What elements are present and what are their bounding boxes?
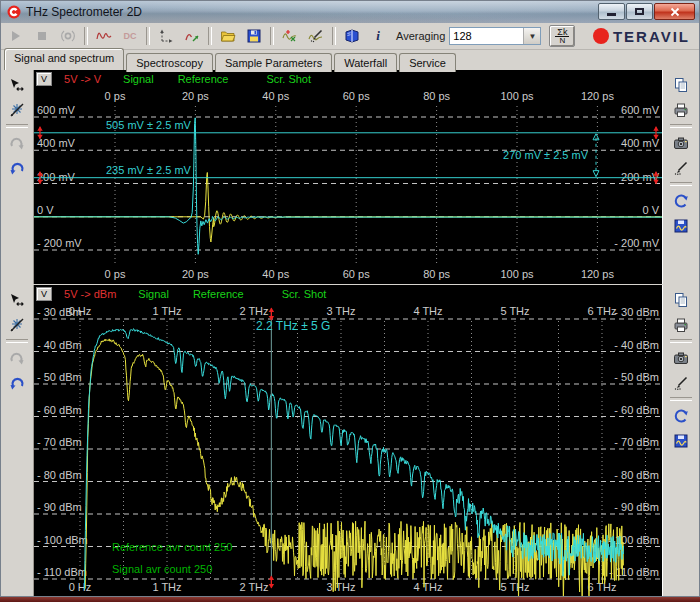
signal-edit-small-button[interactable] xyxy=(668,155,694,180)
strip-separator xyxy=(670,124,692,128)
tab-spectroscopy[interactable]: Spectroscopy xyxy=(126,53,213,72)
save-signal-button[interactable] xyxy=(668,428,694,453)
svg-text:80 ps: 80 ps xyxy=(423,268,450,280)
legend-scr-shot[interactable]: Scr. Shot xyxy=(266,73,311,85)
y-units-button[interactable]: V xyxy=(36,72,52,86)
spectrum-plot-right-toolbar xyxy=(662,285,699,597)
svg-text:600 mV: 600 mV xyxy=(621,104,660,116)
time-plot-legend: V 5V -> V Signal Reference Scr. Shot xyxy=(34,70,662,88)
redo-icon xyxy=(8,350,26,366)
info-button[interactable]: i xyxy=(366,25,390,47)
save-signal-icon xyxy=(672,433,690,449)
redo-button[interactable] xyxy=(4,130,30,155)
stop-button[interactable] xyxy=(30,25,54,47)
svg-text:Signal avr count 250: Signal avr count 250 xyxy=(112,563,212,575)
save-signal-icon xyxy=(672,218,690,234)
tab-waterfall[interactable]: Waterfall xyxy=(334,53,397,72)
signal-wave-button[interactable] xyxy=(92,25,116,47)
refresh-button[interactable] xyxy=(668,188,694,213)
svg-text:- 80 dBm: - 80 dBm xyxy=(614,469,659,481)
averaging-control: Averaging 128 ▼ xyxy=(396,27,541,45)
tab-service[interactable]: Service xyxy=(399,53,456,72)
legend-scr-shot[interactable]: Scr. Shot xyxy=(282,288,327,300)
signal-markers-icon xyxy=(281,28,299,44)
conversion-mode-label[interactable]: 5V -> dBm xyxy=(64,288,116,300)
close-button[interactable] xyxy=(654,3,695,20)
conversion-mode-label[interactable]: 5V -> V xyxy=(64,73,101,85)
track-cursor-icon xyxy=(8,292,26,308)
time-domain-chart[interactable]: 600 mV600 mV400 mV400 mV200 mV200 mV0 V0… xyxy=(34,88,662,284)
signal-edit-button[interactable] xyxy=(304,25,328,47)
svg-text:0 V: 0 V xyxy=(643,204,660,216)
svg-text:20 ps: 20 ps xyxy=(182,268,209,280)
averaging-formula-button[interactable]: Σk N xyxy=(549,25,575,47)
strip-separator xyxy=(6,124,28,128)
legend-reference[interactable]: Reference xyxy=(178,73,229,85)
averaging-combobox[interactable]: 128 ▼ xyxy=(449,27,541,45)
save-signal-button[interactable] xyxy=(668,213,694,238)
cursor-off-button[interactable] xyxy=(4,97,30,122)
save-button[interactable] xyxy=(242,25,266,47)
svg-text:- 110 dBm: - 110 dBm xyxy=(37,566,87,578)
signal-edit-small-icon xyxy=(672,375,690,391)
refresh-button[interactable] xyxy=(668,403,694,428)
strip-separator xyxy=(670,182,692,186)
undo-button[interactable] xyxy=(4,155,30,180)
print-icon xyxy=(672,102,690,118)
cursor-off-button[interactable] xyxy=(4,312,30,337)
help-book-button[interactable] xyxy=(340,25,364,47)
play-button[interactable] xyxy=(4,25,28,47)
signal-edit-small-button[interactable] xyxy=(668,370,694,395)
app-icon xyxy=(7,5,21,19)
tab-signal-and-spectrum[interactable]: Signal and spectrum xyxy=(4,48,124,70)
svg-text:1 THz: 1 THz xyxy=(152,581,181,593)
signal-edit-small-icon xyxy=(672,160,690,176)
time-domain-panel: V 5V -> V Signal Reference Scr. Shot 600… xyxy=(1,70,699,284)
minimize-button[interactable] xyxy=(598,3,625,20)
title-bar[interactable]: THz Spectrometer 2D xyxy=(1,1,699,23)
signal-markers-button[interactable] xyxy=(278,25,302,47)
print-icon xyxy=(672,317,690,333)
svg-text:20 ps: 20 ps xyxy=(182,90,209,102)
spectrum-panel: V 5V -> dBm Signal Reference Scr. Shot -… xyxy=(1,285,699,597)
svg-text:- 60 dBm: - 60 dBm xyxy=(37,404,82,416)
svg-text:5 THz: 5 THz xyxy=(500,581,529,593)
svg-text:2.2 THz ± 5 G: 2.2 THz ± 5 G xyxy=(256,319,330,333)
svg-text:- 90 dBm: - 90 dBm xyxy=(37,501,82,513)
maximize-button[interactable] xyxy=(626,3,653,20)
print-button[interactable] xyxy=(668,97,694,122)
maximize-icon xyxy=(635,8,644,15)
track-cursor-button[interactable] xyxy=(4,287,30,312)
snapshot-button[interactable] xyxy=(668,345,694,370)
open-icon xyxy=(219,28,237,44)
record-button[interactable] xyxy=(56,25,80,47)
copy-button[interactable] xyxy=(668,287,694,312)
dc-icon: DC xyxy=(124,31,137,41)
svg-text:- 200 mV: - 200 mV xyxy=(614,237,659,249)
tab-sample-parameters[interactable]: Sample Parameters xyxy=(215,53,332,72)
dc-button[interactable]: DC xyxy=(118,25,142,47)
y-units-button[interactable]: V xyxy=(36,287,52,301)
averaging-value: 128 xyxy=(450,30,523,42)
undo-button[interactable] xyxy=(4,370,30,395)
autoscale-button[interactable] xyxy=(180,25,204,47)
combobox-dropdown-icon[interactable]: ▼ xyxy=(523,28,540,44)
redo-icon xyxy=(8,135,26,151)
open-button[interactable] xyxy=(216,25,240,47)
redo-button[interactable] xyxy=(4,345,30,370)
legend-signal[interactable]: Signal xyxy=(123,73,154,85)
print-button[interactable] xyxy=(668,312,694,337)
time-plot-right-toolbar xyxy=(662,70,699,284)
legend-reference[interactable]: Reference xyxy=(193,288,244,300)
svg-text:3 THz: 3 THz xyxy=(326,305,355,317)
snapshot-button[interactable] xyxy=(668,130,694,155)
copy-button[interactable] xyxy=(668,72,694,97)
svg-text:6 THz: 6 THz xyxy=(587,305,616,317)
legend-signal[interactable]: Signal xyxy=(138,288,169,300)
track-cursor-button[interactable] xyxy=(4,72,30,97)
scale-xy-button[interactable] xyxy=(154,25,178,47)
svg-text:400 mV: 400 mV xyxy=(621,137,660,149)
spectrum-chart[interactable]: - 30 dBm- 30 dBm- 40 dBm- 40 dBm- 50 dBm… xyxy=(34,303,662,597)
svg-text:200 mV: 200 mV xyxy=(621,171,660,183)
desktop-edge xyxy=(0,597,700,602)
